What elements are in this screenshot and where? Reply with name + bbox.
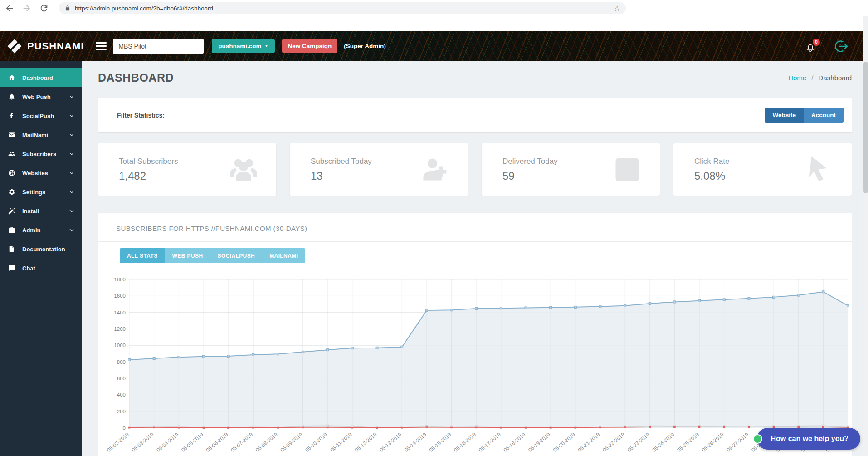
main-content: DASHBOARD Home / Dashboard Filter Statis… [82, 61, 868, 456]
svg-text:05-22-2019: 05-22-2019 [602, 431, 626, 453]
page-scrollbar[interactable] [863, 16, 868, 456]
svg-text:05-21-2019: 05-21-2019 [577, 431, 601, 453]
stat-card-subscribed-today: Subscribed Today13 [290, 143, 468, 196]
chat-icon [8, 265, 15, 272]
gear-icon [8, 188, 15, 196]
browser-back-icon[interactable] [5, 3, 15, 13]
svg-text:1000: 1000 [114, 343, 126, 348]
url-text[interactable]: https://admin.pushnami.com/?b=dbo6r#/das… [75, 5, 610, 12]
sidebar-item-socialpush[interactable]: SocialPush [0, 106, 82, 125]
site-selector-dropdown[interactable]: pushnami.com ▼ [212, 39, 274, 53]
website-account-toggle: Website Account [765, 108, 844, 123]
caret-down-icon: ▼ [265, 44, 268, 48]
chevron-down-icon [69, 208, 74, 214]
chevron-down-icon [69, 189, 74, 195]
sidebar-item-dashboard[interactable]: Dashboard [0, 68, 82, 87]
sidebar-item-subscribers[interactable]: Subscribers [0, 144, 82, 163]
stats-row: Total Subscribers1,482Subscribed Today13… [98, 143, 852, 196]
sidebar-item-settings[interactable]: Settings [0, 182, 82, 201]
svg-text:1400: 1400 [114, 310, 126, 315]
sidebar-item-web-push[interactable]: Web Push [0, 87, 82, 106]
facebook-icon [8, 112, 15, 119]
stat-card-total-subscribers: Total Subscribers1,482 [98, 143, 276, 196]
stat-card-click-rate: Click Rate5.08% [673, 143, 852, 196]
sidebar-item-label: Websites [22, 170, 69, 177]
sidebar-item-admin[interactable]: Admin [0, 221, 82, 240]
chart-tabs: ALL STATSWEB PUSHSOCIALPUSHMAILNAMI [120, 248, 852, 263]
chevron-down-icon [69, 227, 74, 233]
svg-text:05-20-2019: 05-20-2019 [552, 431, 576, 453]
chart-tab-web-push[interactable]: WEB PUSH [165, 248, 210, 263]
chart-tab-all-stats[interactable]: ALL STATS [120, 248, 165, 263]
svg-text:05-10-2019: 05-10-2019 [304, 431, 328, 453]
sidebar-item-label: Dashboard [22, 74, 74, 81]
chat-online-dot [753, 434, 762, 444]
cursor-icon [804, 154, 834, 185]
sidebar-item-label: MailNami [22, 132, 69, 138]
toggle-website-button[interactable]: Website [765, 108, 804, 123]
filter-statistics-card: Filter Statistics: Website Account [98, 98, 852, 132]
svg-text:05-05-2019: 05-05-2019 [180, 431, 204, 453]
svg-text:600: 600 [117, 376, 126, 381]
breadcrumb-home-link[interactable]: Home [788, 74, 806, 82]
new-campaign-button[interactable]: New Campaign [282, 39, 338, 53]
browser-toolbar: https://admin.pushnami.com/?b=dbo6r#/das… [0, 0, 868, 16]
notification-badge: 0 [813, 39, 820, 46]
subscribers-chart-card: SUBSCRIBERS FOR HTTPS://PUSHNAMI.COM (30… [98, 213, 852, 456]
sidebar-item-label: Subscribers [22, 151, 69, 157]
chevron-down-icon [69, 113, 74, 118]
chat-launcher[interactable]: How can we help you? [757, 428, 860, 450]
svg-text:05-06-2019: 05-06-2019 [205, 431, 229, 453]
chart-tab-mailnami[interactable]: MAILNAMI [262, 248, 305, 263]
toggle-account-button[interactable]: Account [804, 108, 844, 123]
sidebar-item-label: Web Push [22, 93, 69, 100]
briefcase-icon [8, 226, 15, 234]
browser-chrome: https://admin.pushnami.com/?b=dbo6r#/das… [0, 0, 868, 31]
brand-name: PUSHNAMI [27, 40, 84, 52]
menu-toggle-icon[interactable] [96, 40, 107, 52]
home-icon [8, 74, 15, 81]
sidebar-item-websites[interactable]: Websites [0, 163, 82, 182]
sidebar-item-install[interactable]: Install [0, 201, 82, 221]
sidebar-item-label: Admin [22, 227, 69, 234]
svg-text:05-17-2019: 05-17-2019 [478, 431, 502, 453]
notifications-button[interactable]: 0 [805, 40, 816, 52]
divider [98, 241, 852, 242]
breadcrumb-separator: / [811, 74, 813, 82]
svg-text:800: 800 [117, 359, 126, 365]
svg-text:1200: 1200 [114, 326, 126, 332]
bell-icon [8, 93, 15, 100]
browser-reload-icon[interactable] [39, 3, 49, 13]
sidebar-item-chat[interactable]: Chat [0, 259, 82, 278]
chart-tab-socialpush[interactable]: SOCIALPUSH [210, 248, 262, 263]
svg-text:1800: 1800 [114, 277, 126, 282]
sidebar-item-mailnami[interactable]: MailNami [0, 125, 82, 144]
svg-text:05-15-2019: 05-15-2019 [428, 431, 452, 453]
svg-text:05-14-2019: 05-14-2019 [403, 431, 427, 453]
scrollbar-thumb[interactable] [863, 62, 868, 193]
chevron-down-icon [69, 151, 74, 157]
pushnami-logo-icon [6, 38, 23, 54]
svg-text:0: 0 [123, 425, 126, 431]
url-bar[interactable]: https://admin.pushnami.com/?b=dbo6r#/das… [59, 2, 626, 14]
chart-title: SUBSCRIBERS FOR HTTPS://PUSHNAMI.COM (30… [98, 225, 852, 241]
header-search-input[interactable] [113, 39, 204, 54]
document-icon [8, 245, 15, 253]
subscribers-chart: 02004006008001000120014001600180005-02-2… [98, 270, 852, 456]
chevron-down-icon [69, 94, 74, 99]
svg-text:05-16-2019: 05-16-2019 [453, 431, 477, 453]
chat-launcher-label: How can we help you? [770, 435, 848, 443]
sidebar-item-documentation[interactable]: Documentation [0, 240, 82, 259]
browser-forward-icon[interactable] [22, 3, 32, 13]
svg-text:05-11-2019: 05-11-2019 [329, 431, 353, 452]
sidebar-item-label: Settings [22, 189, 69, 196]
svg-text:05-04-2019: 05-04-2019 [156, 431, 180, 453]
bookmark-star-icon[interactable]: ☆ [614, 4, 620, 13]
wand-icon [8, 207, 15, 215]
sign-out-button[interactable] [834, 39, 849, 54]
stat-card-delivered-today: Delivered Today59 [482, 143, 660, 196]
inbox-icon [612, 154, 643, 185]
page-title: DASHBOARD [98, 71, 174, 84]
svg-text:05-02-2019: 05-02-2019 [106, 431, 130, 453]
pushnami-logo[interactable]: PUSHNAMI [6, 38, 84, 54]
